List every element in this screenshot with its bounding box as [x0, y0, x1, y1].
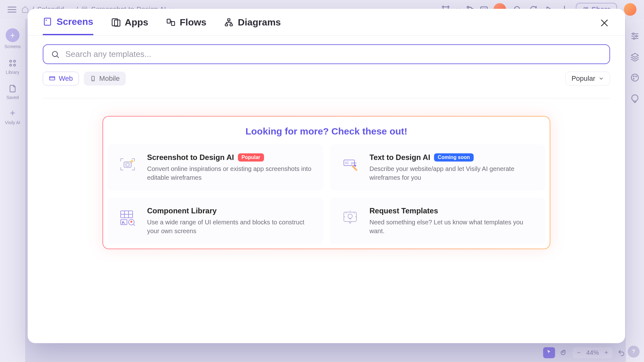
sort-label: Popular	[571, 74, 595, 83]
sparkle-icon	[8, 109, 17, 118]
svg-point-20	[633, 76, 634, 77]
modal-tabs: Screens Apps Flows Diagrams	[28, 9, 625, 36]
close-icon	[599, 18, 609, 28]
zoom-in-button[interactable]: +	[604, 349, 608, 356]
svg-point-23	[632, 95, 638, 101]
sidebar-item-saved[interactable]: Saved	[6, 84, 19, 100]
zoom-value[interactable]: 44%	[586, 349, 599, 356]
divider	[43, 98, 610, 98]
svg-point-14	[10, 64, 12, 66]
promo-card-request-templates[interactable]: Request Templates Need something else? L…	[330, 198, 546, 244]
cursor-tool-icon[interactable]	[543, 347, 555, 358]
tab-label: Screens	[57, 16, 93, 27]
svg-point-19	[631, 74, 639, 81]
templates-modal: Screens Apps Flows Diagrams Web	[28, 9, 625, 343]
card-title: Text to Design AI	[370, 153, 430, 162]
home-icon[interactable]	[21, 6, 29, 13]
tab-label: Apps	[125, 17, 148, 28]
promo-grid: Screenshot to Design AI Popular Convert …	[107, 144, 545, 244]
svg-point-16	[633, 33, 634, 35]
camera-icon	[116, 153, 139, 176]
promo-title: Looking for more? Check these out!	[107, 126, 545, 137]
card-title: Request Templates	[370, 206, 438, 215]
svg-point-17	[636, 36, 637, 37]
idea-icon	[339, 206, 361, 229]
sort-select[interactable]: Popular	[565, 72, 610, 85]
tab-label: Diagrams	[238, 17, 281, 28]
svg-point-45	[348, 214, 352, 218]
filter-label: Mobile	[99, 74, 120, 83]
diagrams-icon	[224, 18, 234, 27]
tab-label: Flows	[180, 17, 206, 28]
tab-flows[interactable]: Flows	[166, 17, 206, 35]
filter-mobile[interactable]: Mobile	[84, 72, 126, 85]
sidebar-item-label: Screens	[4, 44, 20, 49]
search-input[interactable]	[65, 49, 602, 59]
library-icon	[8, 58, 17, 68]
text-ai-icon: AI gen	[339, 153, 361, 176]
svg-point-21	[636, 76, 637, 77]
mobile-icon	[90, 75, 96, 82]
help-button[interactable]: ?	[628, 346, 640, 358]
left-sidebar: + Screens Library Saved Visily AI	[0, 19, 25, 362]
promo-section: Looking for more? Check these out! Scree…	[102, 116, 550, 249]
filter-label: Web	[59, 74, 73, 83]
svg-rect-28	[167, 19, 170, 23]
sliders-icon[interactable]	[630, 31, 640, 41]
sidebar-item-label: Visily AI	[5, 120, 20, 125]
sidebar-item-ai[interactable]: Visily AI	[5, 109, 20, 125]
components-icon	[116, 206, 139, 229]
bottom-bar: − 44% +	[543, 347, 625, 358]
zoom-out-button[interactable]: −	[577, 349, 581, 356]
menu-icon[interactable]	[8, 7, 16, 13]
hand-tool-icon[interactable]	[560, 349, 568, 357]
tab-screens[interactable]: Screens	[43, 16, 93, 35]
promo-card-component-library[interactable]: Component Library Use a wide range of UI…	[107, 198, 323, 244]
user-avatar[interactable]	[624, 3, 636, 16]
card-desc: Need something else? Let us know what te…	[370, 218, 537, 235]
palette-icon[interactable]	[630, 73, 640, 82]
chat-icon[interactable]	[630, 94, 640, 103]
svg-point-33	[52, 51, 58, 56]
promo-card-text-ai[interactable]: AI gen Text to Design AI Coming soon Des…	[330, 144, 546, 191]
sidebar-item-library[interactable]: Library	[6, 58, 19, 75]
svg-rect-29	[171, 22, 174, 26]
svg-point-25	[46, 19, 47, 21]
popular-badge: Popular	[238, 153, 264, 162]
apps-icon	[111, 18, 120, 27]
svg-point-22	[633, 79, 634, 80]
filter-row: Web Mobile Popular	[43, 72, 610, 85]
undo-icon[interactable]	[618, 349, 625, 357]
svg-rect-24	[44, 18, 51, 25]
svg-point-13	[14, 60, 15, 62]
filter-web[interactable]: Web	[43, 72, 79, 85]
zoom-control: − 44% +	[573, 347, 613, 358]
svg-rect-34	[50, 77, 55, 80]
card-title: Component Library	[147, 206, 217, 215]
svg-point-12	[10, 60, 12, 62]
svg-rect-44	[344, 212, 356, 222]
modal-body: Web Mobile Popular Looking for more? Che…	[28, 36, 625, 262]
plus-icon: +	[6, 28, 19, 42]
search-field[interactable]	[43, 44, 610, 64]
layers-icon[interactable]	[630, 52, 640, 62]
card-desc: Describe your website/app and let Visily…	[370, 164, 537, 182]
tab-apps[interactable]: Apps	[111, 17, 148, 35]
svg-point-15	[14, 64, 15, 66]
desktop-icon	[49, 75, 56, 82]
close-button[interactable]	[599, 17, 610, 29]
svg-point-18	[633, 38, 635, 39]
coming-soon-badge: Coming soon	[434, 153, 474, 162]
svg-text:AI gen: AI gen	[345, 161, 356, 165]
tab-diagrams[interactable]: Diagrams	[224, 17, 281, 35]
card-desc: Use a wide range of UI elements and bloc…	[147, 218, 314, 235]
right-sidebar	[626, 19, 644, 362]
sidebar-item-label: Saved	[6, 95, 19, 100]
svg-point-37	[126, 163, 129, 166]
chevron-down-icon	[598, 76, 604, 81]
card-desc: Convert online inspirations or existing …	[147, 164, 314, 182]
screens-icon	[43, 17, 52, 26]
sidebar-item-label: Library	[6, 70, 19, 75]
sidebar-item-screens[interactable]: + Screens	[4, 28, 20, 49]
promo-card-screenshot-ai[interactable]: Screenshot to Design AI Popular Convert …	[107, 144, 323, 191]
